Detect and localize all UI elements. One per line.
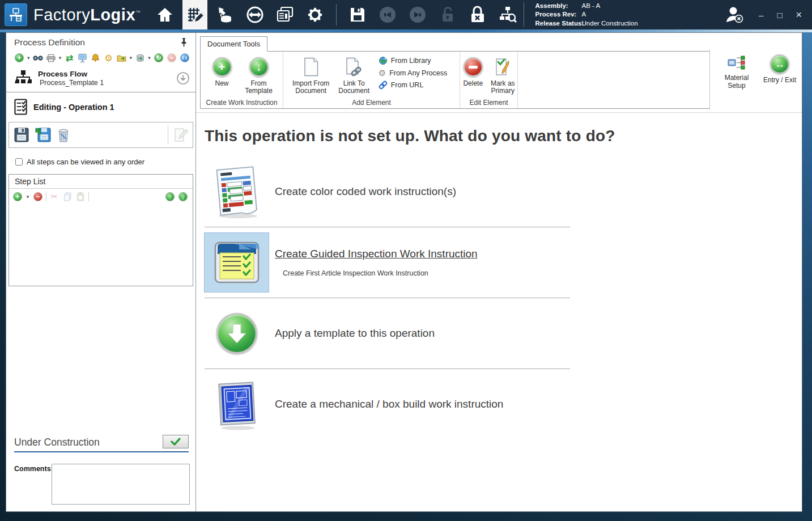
option-mechanical-box-build[interactable]: Create a mechanical / box build work ins… xyxy=(196,370,802,438)
from-library-button[interactable]: From Library xyxy=(379,56,448,65)
delete-element-button[interactable]: Delete xyxy=(460,55,486,99)
delete-operation-trash-icon[interactable] xyxy=(57,127,70,143)
status-underline xyxy=(14,451,189,452)
release-status-title: Under Construction xyxy=(14,437,100,448)
from-any-process-button[interactable]: ⚙ From Any Process xyxy=(379,69,448,77)
step-list-panel: Step List + ▾ − ✂ ↑ ↓ xyxy=(8,174,193,286)
step-list-empty-area[interactable] xyxy=(9,204,193,286)
documents-icon[interactable] xyxy=(273,2,297,27)
add-dropdown-icon[interactable]: ▾ xyxy=(27,55,30,61)
entry-exit-button[interactable]: ↔ Entry / Exit xyxy=(761,54,798,109)
option-label[interactable]: Create a mechanical / box build work ins… xyxy=(275,398,503,410)
unlock-icon[interactable] xyxy=(435,2,460,27)
archive-dropdown-icon[interactable]: ▾ xyxy=(148,55,151,61)
order-checkbox[interactable] xyxy=(15,158,23,166)
print-icon[interactable] xyxy=(46,53,56,63)
move-step-down-icon[interactable]: ↓ xyxy=(178,192,188,202)
refresh-icon[interactable]: ↻ xyxy=(154,53,164,63)
add-icon[interactable]: + xyxy=(14,53,24,63)
export-dropdown-icon[interactable]: ▾ xyxy=(130,55,133,61)
export-folder-icon[interactable] xyxy=(117,53,127,63)
presentation-icon[interactable] xyxy=(78,53,88,63)
print-dropdown-icon[interactable]: ▾ xyxy=(59,55,62,61)
process-settings-gear-icon[interactable]: ⚙ xyxy=(104,53,114,63)
new-plus-icon: + xyxy=(212,57,232,77)
release-status-label: Release Status: xyxy=(535,19,582,28)
option-color-coded[interactable]: Create color coded work instruction(s) xyxy=(196,158,802,226)
move-step-up-icon[interactable]: ↑ xyxy=(165,192,175,202)
home-icon[interactable] xyxy=(152,2,177,27)
assembly-info: Assembly:AB - A Process Rev:A Release St… xyxy=(535,2,638,28)
setup-options: Create color coded work instruction(s) xyxy=(196,158,802,438)
pin-icon[interactable] xyxy=(180,38,188,47)
option-guided-inspection[interactable]: Create Guided Inspection Work Instructio… xyxy=(196,228,802,296)
import-operation-icon[interactable] xyxy=(35,127,52,143)
new-work-instruction-button[interactable]: + New xyxy=(206,55,238,99)
editing-operation-title: Editing - Operation 1 xyxy=(33,103,114,112)
import-data-icon[interactable] xyxy=(212,2,237,27)
group-edit-element: Delete Mark as Primary xyxy=(460,52,518,108)
copy-icon[interactable] xyxy=(62,192,73,202)
factorylogix-logo-icon xyxy=(5,3,27,26)
material-setup-icon xyxy=(727,54,746,71)
process-flow-item[interactable]: Process Flow Process_Template 1 xyxy=(14,70,190,87)
process-flow-subtitle: Process_Template 1 xyxy=(40,79,176,87)
process-definition-icon[interactable] xyxy=(182,0,207,29)
comments-textarea[interactable] xyxy=(52,464,190,505)
edit-details-icon[interactable] xyxy=(173,127,188,143)
process-gears-icon: ⚙ xyxy=(379,69,386,77)
step-list-title: Step List xyxy=(9,175,193,189)
sync-icon[interactable] xyxy=(243,2,267,27)
option-apply-template[interactable]: Apply a template to this operation xyxy=(196,299,802,367)
maximize-button[interactable]: □ xyxy=(777,11,782,19)
main-area: Document Tools + New ↓ From Template xyxy=(196,33,802,511)
find-icon[interactable] xyxy=(33,53,43,63)
save-operation-icon[interactable] xyxy=(14,127,29,143)
accent-strip xyxy=(0,29,812,32)
from-url-button[interactable]: From URL xyxy=(379,81,448,90)
material-setup-button[interactable]: Material Setup xyxy=(718,54,755,109)
link-to-document-button[interactable]: Link To Document xyxy=(334,55,374,99)
operation-toolbar xyxy=(8,122,193,148)
pause-icon[interactable]: ❙❙ xyxy=(180,53,190,63)
process-flow-icon xyxy=(14,70,32,87)
cut-icon[interactable]: ✂ xyxy=(49,192,59,202)
import-from-document-button[interactable]: Import From Document xyxy=(290,55,332,99)
from-template-button[interactable]: ↓ From Template xyxy=(240,55,278,99)
option-label[interactable]: Create color coded work instruction(s) xyxy=(275,185,456,198)
process-definition-panel: Process Definition + ▾ ▾ ⇄ xyxy=(6,33,196,511)
tab-document-tools[interactable]: Document Tools xyxy=(200,36,267,52)
approve-button[interactable] xyxy=(163,435,189,448)
save-icon[interactable] xyxy=(345,2,370,27)
stop-icon[interactable]: − xyxy=(167,53,177,63)
process-rev-value: A xyxy=(582,10,586,19)
paste-icon[interactable] xyxy=(75,192,86,202)
lock-permissions-icon[interactable] xyxy=(465,2,490,27)
close-button[interactable]: × xyxy=(796,10,802,20)
mark-primary-icon xyxy=(495,55,511,79)
checklist-icon xyxy=(14,99,28,115)
exchange-icon[interactable]: ⇄ xyxy=(65,53,75,63)
guided-inspection-link[interactable]: Create Guided Inspection Work Instructio… xyxy=(275,248,478,260)
add-step-dropdown-icon[interactable]: ▾ xyxy=(25,194,30,200)
import-document-icon xyxy=(304,55,318,79)
settings-gear-icon[interactable] xyxy=(303,2,328,27)
option-label[interactable]: Apply a template to this operation xyxy=(275,327,435,340)
mark-as-primary-button[interactable]: Mark as Primary xyxy=(488,55,517,99)
comments-label: Comments: xyxy=(14,464,52,505)
notification-bell-icon[interactable] xyxy=(91,53,101,63)
add-step-icon[interactable]: + xyxy=(12,192,23,202)
first-article-inspection-link[interactable]: Create First Article Inspection Work Ins… xyxy=(283,269,478,277)
selected-option-highlight[interactable] xyxy=(205,233,269,292)
remove-step-icon[interactable]: − xyxy=(33,192,43,202)
back-icon[interactable] xyxy=(375,2,400,27)
release-status-value: Under Construction xyxy=(582,19,638,28)
archive-icon[interactable] xyxy=(135,53,145,63)
forward-icon[interactable] xyxy=(405,2,430,27)
minimize-button[interactable]: – xyxy=(759,11,763,19)
collapse-arrow-icon[interactable] xyxy=(176,71,190,85)
user-logout-icon[interactable] xyxy=(725,6,744,24)
process-search-icon[interactable] xyxy=(495,2,520,27)
toolbar-separator xyxy=(168,125,168,145)
guided-inspection-window-icon xyxy=(214,242,260,283)
